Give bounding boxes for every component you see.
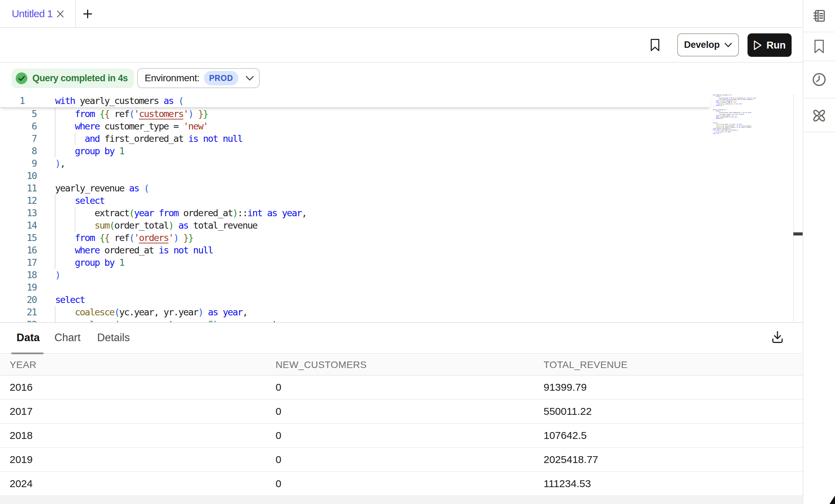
line-number: 7 xyxy=(0,133,37,145)
table-cell: 91399.79 xyxy=(544,376,587,399)
line-number: 5 xyxy=(0,108,37,120)
environment-selector[interactable]: Environment: PROD xyxy=(137,68,260,88)
line-number: 19 xyxy=(0,281,37,294)
code-line-18[interactable]: 18) xyxy=(0,269,792,281)
download-icon[interactable] xyxy=(771,330,784,344)
code-text: where ordered_at is not null xyxy=(55,244,213,256)
plus-icon[interactable] xyxy=(83,9,92,19)
column-header-year[interactable]: YEAR xyxy=(10,355,37,375)
table-row-2017[interactable]: 20170550011.22 xyxy=(0,400,803,424)
run-button-label: Run xyxy=(766,40,786,51)
code-line-20[interactable]: 20select xyxy=(0,294,792,306)
table-cell: 2018 xyxy=(10,424,33,447)
code-line-15[interactable]: 15 from {{ ref('orders') }} xyxy=(0,232,792,244)
tab-untitled-1[interactable]: Untitled 1 xyxy=(0,0,76,27)
table-footer-strip xyxy=(0,496,803,504)
code-line-12[interactable]: 12 select xyxy=(0,195,792,207)
code-text: where customer_type = 'new' xyxy=(55,120,208,133)
code-line-21[interactable]: 21 coalesce(yc.year, yr.year) as year, xyxy=(0,306,792,318)
tab-chart[interactable]: Chart xyxy=(54,322,81,353)
table-cell: 2019 xyxy=(10,448,33,471)
line-number: 16 xyxy=(0,244,37,256)
table-row-2024[interactable]: 20240111234.53 xyxy=(0,472,803,496)
code-text: coalesce(yc.year, yr.year) as year, xyxy=(55,306,247,318)
copilot-icon xyxy=(812,107,827,123)
history-icon xyxy=(812,72,827,87)
editor-scrollbar[interactable] xyxy=(793,94,803,322)
column-header-total-revenue[interactable]: TOTAL_REVENUE xyxy=(544,355,628,375)
minimap[interactable]: with yearly_customers as ( select extrac… xyxy=(713,94,757,139)
code-editor[interactable]: 5 from {{ ref('customers') }}6 where cus… xyxy=(0,63,803,322)
code-line-19[interactable]: 19 xyxy=(0,281,792,294)
line-number: 18 xyxy=(0,269,37,281)
table-row-2018[interactable]: 20180107642.5 xyxy=(0,424,803,448)
table-cell: 2017 xyxy=(10,400,33,423)
develop-button-label: Develop xyxy=(684,40,720,50)
sidebar-item-history[interactable] xyxy=(803,61,835,98)
table-cell: 111234.53 xyxy=(544,472,591,495)
code-line-14[interactable]: 14 sum(order_total) as total_revenue xyxy=(0,219,792,232)
code-text: from {{ ref('orders') }} xyxy=(55,232,193,244)
code-line-17[interactable]: 17 group by 1 xyxy=(0,256,792,269)
run-button[interactable]: Run xyxy=(748,33,792,57)
sidebar-item-copilot[interactable] xyxy=(803,98,835,132)
line-number: 8 xyxy=(0,145,37,157)
code-line-10[interactable]: 10 xyxy=(0,170,792,182)
line-number: 15 xyxy=(0,232,37,244)
table-cell: 107642.5 xyxy=(544,424,587,447)
code-line-16[interactable]: 16 where ordered_at is not null xyxy=(0,244,792,256)
code-text: select xyxy=(55,294,85,306)
table-row-2016[interactable]: 2016091399.79 xyxy=(0,376,803,400)
active-tab-indicator xyxy=(11,353,43,354)
play-icon xyxy=(753,40,762,51)
bookmark-icon[interactable] xyxy=(650,39,660,52)
code-line-11[interactable]: 11yearly_revenue as ( xyxy=(0,182,792,195)
code-line-22[interactable]: 22 coalesce(yc.new_customers, 0) as new_… xyxy=(0,318,792,322)
table-header: YEAR NEW_CUSTOMERS TOTAL_REVENUE xyxy=(0,355,803,376)
code-line-5[interactable]: 5 from {{ ref('customers') }} xyxy=(0,108,792,120)
table-body: 2016091399.7920170550011.2220180107642.5… xyxy=(0,376,803,496)
line-number: 13 xyxy=(0,207,37,219)
line-number: 21 xyxy=(0,306,37,318)
code-text: extract(year from ordered_at)::int as ye… xyxy=(55,207,307,219)
line-number: 9 xyxy=(0,157,37,170)
code-line-13[interactable]: 13 extract(year from ordered_at)::int as… xyxy=(0,207,792,219)
code-text: coalesce(yc.new_customers, 0) as new_cus… xyxy=(55,318,307,322)
tab-data[interactable]: Data xyxy=(17,322,40,353)
line-number: 6 xyxy=(0,120,37,133)
code-text: ), xyxy=(55,157,65,170)
code-text: ) xyxy=(55,269,60,281)
code-line-6[interactable]: 6 where customer_type = 'new' xyxy=(0,120,792,133)
table-cell: 0 xyxy=(276,400,281,423)
sidebar-item-bookmarks[interactable] xyxy=(803,32,835,61)
minimap-code: with yearly_customers as ( select extrac… xyxy=(713,94,720,134)
table-cell: 550011.22 xyxy=(544,400,592,423)
table-row-2019[interactable]: 201902025418.77 xyxy=(0,448,803,472)
code-text: and first_ordered_at is not null xyxy=(55,133,243,145)
check-circle-icon xyxy=(16,72,28,84)
code-line-8[interactable]: 8 group by 1 xyxy=(0,145,792,157)
line-number: 14 xyxy=(0,219,37,232)
query-status-badge: Query completed in 4s xyxy=(12,69,134,88)
code-text: group by 1 xyxy=(55,145,124,157)
environment-value: PROD xyxy=(209,74,233,83)
app-window: Untitled 1 Develop xyxy=(0,0,835,504)
tab-details[interactable]: Details xyxy=(97,322,130,353)
code-line-7[interactable]: 7 and first_ordered_at is not null xyxy=(0,133,792,145)
bookmark-icon xyxy=(814,39,824,54)
close-icon[interactable] xyxy=(56,10,64,18)
develop-button[interactable]: Develop xyxy=(677,33,739,56)
line-number: 17 xyxy=(0,256,37,269)
line-number: 11 xyxy=(0,182,37,195)
query-status-text: Query completed in 4s xyxy=(32,73,128,84)
code-text: yearly_revenue as ( xyxy=(55,182,149,195)
column-header-new-customers[interactable]: NEW_CUSTOMERS xyxy=(276,355,367,375)
sidebar-item-notebook[interactable] xyxy=(803,0,835,32)
code-line-9[interactable]: 9), xyxy=(0,157,792,170)
code-text: sum(order_total) as total_revenue xyxy=(55,219,257,232)
editor-scrollbar-marker[interactable] xyxy=(793,232,803,235)
table-cell: 0 xyxy=(276,376,281,399)
code-text: select xyxy=(55,195,104,207)
table-cell: 0 xyxy=(276,424,281,447)
tab-title: Untitled 1 xyxy=(12,0,53,27)
